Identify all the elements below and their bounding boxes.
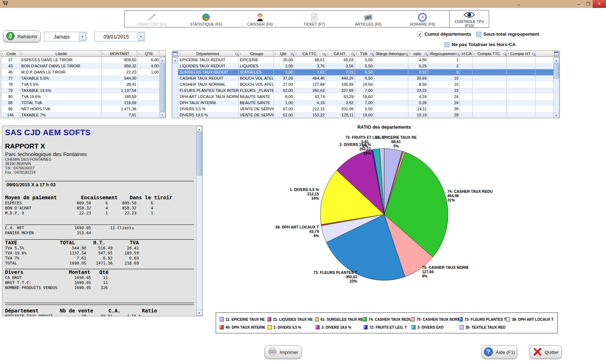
table-row[interactable]: CASHER TAUX REDUITBOUCH.VOL.ATELIE37,004… [172, 75, 559, 81]
quit-button[interactable]: Quitter [530, 345, 562, 359]
table-cell[interactable] [473, 69, 507, 75]
table-cell[interactable]: 22,23 [102, 69, 138, 75]
table-cell[interactable]: 440,25 [326, 75, 355, 81]
table-cell[interactable]: 4,19 [294, 100, 326, 106]
checkbox-cumul-departements[interactable]: ✓ Cumul départements [417, 31, 471, 37]
table-cell[interactable]: 127,84 [294, 81, 326, 88]
table-cell[interactable] [460, 75, 473, 81]
table-cell[interactable]: BEAUTE SANTE [239, 94, 274, 100]
table-cell[interactable]: 23,32 [408, 88, 428, 94]
table-cell[interactable] [138, 106, 160, 112]
table-cell[interactable]: 62,00 [274, 88, 294, 94]
table-cell[interactable]: DIVERS 5,5 % [179, 106, 239, 112]
scroll-down-icon[interactable]: ▼ [554, 112, 559, 118]
table-row[interactable]: 78TVA 5.5%28,41 [1, 81, 166, 88]
table-cell[interactable] [374, 63, 408, 69]
table-cell[interactable]: 809,50 [102, 57, 138, 63]
table-cell[interactable]: 77 [1, 75, 20, 81]
table-cell[interactable] [460, 94, 473, 100]
table-cell[interactable]: FLEURS PLANTES TAUX INTERM [179, 88, 239, 94]
help-button[interactable]: ? Aide (F1) [482, 345, 517, 359]
table-cell[interactable]: 201,09 [326, 106, 355, 112]
table-cell[interactable]: TAXABLE 19.6% [20, 88, 102, 94]
table-cell[interactable]: 7,61 [102, 112, 138, 118]
table-cell[interactable]: 0,51 [408, 69, 428, 75]
table-cell[interactable] [138, 75, 160, 81]
table-cell[interactable]: 4,00 [138, 63, 160, 69]
table-row[interactable]: FLEURS PLANTES TAUX INTERMFLEURS _PLANTE… [172, 88, 559, 94]
search-icon[interactable] [322, 53, 325, 55]
table-cell[interactable] [473, 100, 507, 106]
table-cell[interactable] [374, 57, 408, 63]
table-cell[interactable] [473, 75, 507, 81]
maximize-button[interactable]: ❐ [583, 1, 593, 7]
table-cell[interactable] [460, 63, 473, 69]
table-cell[interactable]: 79 [1, 88, 20, 94]
table-cell[interactable]: 1 471,36 [102, 106, 138, 112]
table-cell[interactable]: 5,50 [355, 69, 374, 75]
table-cell[interactable]: 24 [428, 94, 460, 100]
column-header[interactable]: ↕ratio [408, 51, 428, 57]
column-header[interactable]: ↕TVA [355, 51, 374, 57]
table-cell[interactable] [473, 63, 507, 69]
table-cell[interactable] [374, 69, 408, 75]
table-cell[interactable]: 23 [428, 88, 460, 94]
table-cell[interactable]: 1,00 [274, 69, 294, 75]
column-header[interactable]: ↕Département [179, 51, 239, 57]
table-cell[interactable] [374, 106, 408, 112]
table-row[interactable]: 37ESPECES DANS LE TIROIR809,506,00 [1, 57, 166, 63]
table-cell[interactable]: LIQUIDES TAUX REDUIT [179, 63, 239, 69]
table-cell[interactable]: VENTE DE SERVICE [239, 112, 274, 118]
table-cell[interactable] [138, 100, 160, 106]
table-cell[interactable]: 2,00 [274, 63, 294, 69]
table-cell[interactable] [473, 88, 507, 94]
table-cell[interactable]: TOTAL TVA [20, 100, 102, 106]
table-cell[interactable] [460, 57, 473, 63]
table-cell[interactable]: NET HORS TVA [20, 106, 102, 112]
checkbox-icon[interactable]: ✓ [417, 32, 422, 37]
table-cell[interactable]: 212,15 [294, 106, 326, 112]
table-cell[interactable]: 3,56 [326, 63, 355, 69]
table-cell[interactable] [138, 94, 160, 100]
table-cell[interactable]: 28,41 [102, 81, 138, 88]
column-header[interactable]: ↕MONTANT [101, 51, 137, 57]
table-cell[interactable]: 43 [1, 63, 20, 69]
table-cell[interactable] [460, 112, 473, 118]
search-icon[interactable] [456, 53, 459, 55]
table-cell[interactable]: 327,69 [326, 88, 355, 94]
table-row[interactable]: 86NET HORS TVA1 471,36 [1, 106, 166, 112]
table-cell[interactable]: ESPECES DANS LE TIROIR [20, 57, 102, 63]
column-header[interactable]: ↕Marge théorique [374, 51, 408, 57]
table-cell[interactable] [138, 81, 160, 88]
table-cell[interactable]: DIVERS 19,6 % [179, 112, 239, 118]
report-scrollbar[interactable]: ▲ ▼ [196, 126, 202, 316]
search-icon[interactable] [425, 53, 427, 55]
table-cell[interactable]: 0,28 [408, 100, 428, 106]
table-cell[interactable] [138, 112, 160, 118]
table-cell[interactable]: 0,25 [408, 63, 428, 69]
table-cell[interactable]: 5,50 [355, 75, 374, 81]
table-cell[interactable] [374, 81, 408, 88]
close-button[interactable]: × [593, 0, 606, 8]
resize-arrows-icon[interactable]: ↔ [514, 1, 523, 7]
table-cell[interactable]: 218,69 [102, 100, 138, 106]
table-cell[interactable]: 19,60 [355, 94, 374, 100]
table-cell[interactable]: 80 [1, 94, 20, 100]
checkbox-sous-total[interactable]: Sous-total regroupement [476, 31, 539, 37]
table-cell[interactable] [473, 106, 507, 112]
search-icon[interactable] [370, 53, 373, 55]
table-cell[interactable] [473, 57, 507, 63]
totals-table-scrollbar[interactable]: ▲ ▼ [159, 57, 166, 118]
table-cell[interactable]: 10 [428, 75, 460, 81]
column-header[interactable]: ↕Regroupement [428, 51, 460, 57]
table-cell[interactable]: 106,89 [326, 81, 355, 88]
date-dropdown[interactable]: 09/01/2015 ▼ [95, 32, 145, 41]
table-cell[interactable]: 4,24 [408, 94, 428, 100]
toolbar-horaire[interactable]: HORAIRE (F9) [395, 11, 449, 27]
table-cell[interactable]: FLEURS _PLANTES [239, 88, 274, 94]
table-cell[interactable]: 544,90 [102, 75, 138, 81]
departments-table-scrollbar[interactable]: ▲ ▼ [553, 57, 559, 118]
column-header[interactable]: ↕Compta TTC [473, 51, 507, 57]
table-cell[interactable] [374, 88, 408, 94]
table-cell[interactable]: 2 [428, 63, 460, 69]
